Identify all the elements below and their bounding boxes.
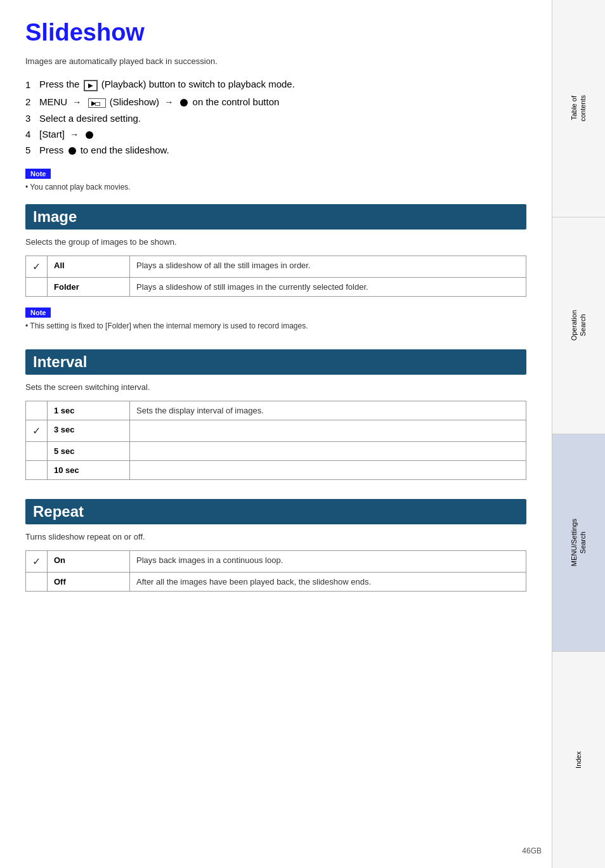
repeat-table: ✓ On Plays back images in a continuous l… — [25, 550, 526, 592]
table-row: ✓ 3 sec — [26, 420, 526, 441]
arrow-icon-2: → — [164, 97, 173, 107]
sidebar-tab-label-op: OperationSearch — [569, 310, 588, 340]
table-row: 1 sec Sets the display interval of image… — [26, 401, 526, 420]
repeat-section: Repeat Turns slideshow repeat on or off.… — [25, 499, 526, 592]
checkmark-3sec: ✓ — [32, 425, 41, 436]
note-text-image: This setting is fixed to [Folder] when t… — [25, 321, 526, 330]
note-box-1: Note You cannot play back movies. — [25, 168, 526, 191]
check-col-off — [26, 572, 48, 591]
bullet-circle-3 — [68, 147, 76, 155]
sidebar: Table ofcontents OperationSearch MENU/Se… — [552, 0, 605, 868]
playback-icon: ▶ — [84, 80, 98, 91]
table-row: 5 sec — [26, 441, 526, 460]
checkmark-all: ✓ — [32, 261, 41, 272]
step-3-text: Select a desired setting. — [39, 113, 141, 124]
sidebar-tab-table-of-contents[interactable]: Table ofcontents — [552, 0, 605, 217]
image-table: ✓ All Plays a slideshow of all the still… — [25, 256, 526, 297]
step-1: 1 Press the ▶ (Playback) button to switc… — [25, 79, 526, 91]
table-row: 10 sec — [26, 460, 526, 479]
desc-3sec — [130, 420, 526, 441]
sidebar-tab-label-toc: Table ofcontents — [569, 95, 588, 122]
check-col-3sec: ✓ — [26, 420, 48, 441]
table-row: Off After all the images have been playe… — [26, 572, 526, 591]
note-label-image: Note — [25, 308, 51, 318]
repeat-section-header: Repeat — [25, 499, 526, 524]
step-num-2: 2 — [25, 96, 36, 107]
bullet-circle-2 — [86, 131, 93, 139]
step-num-5: 5 — [25, 145, 36, 155]
note-label-1: Note — [25, 169, 51, 179]
desc-on: Plays back images in a continuous loop. — [130, 550, 526, 572]
label-folder: Folder — [48, 277, 130, 296]
table-row: ✓ All Plays a slideshow of all the still… — [26, 256, 526, 277]
image-section-desc: Selects the group of images to be shown. — [25, 237, 526, 247]
step-num-3: 3 — [25, 113, 36, 124]
label-all: All — [48, 256, 130, 277]
sidebar-tab-menu-settings-search[interactable]: MENU/SettingsSearch — [552, 434, 605, 652]
desc-folder: Plays a slideshow of still images in the… — [130, 277, 526, 296]
arrow-icon-3: → — [70, 129, 79, 139]
label-3sec: 3 sec — [48, 420, 130, 441]
interval-section-header: Interval — [25, 349, 526, 375]
check-col-5sec — [26, 441, 48, 460]
sidebar-tab-label-menu: MENU/SettingsSearch — [569, 519, 588, 566]
step-num-4: 4 — [25, 129, 36, 139]
step-5: 5 Press to end the slideshow. — [25, 145, 526, 155]
check-col-on: ✓ — [26, 550, 48, 572]
table-row: Folder Plays a slideshow of still images… — [26, 277, 526, 296]
interval-section: Interval Sets the screen switching inter… — [25, 349, 526, 480]
sidebar-tab-operation-search[interactable]: OperationSearch — [552, 217, 605, 435]
step-2: 2 MENU → ▶ (Slideshow) → on the control … — [25, 96, 526, 108]
image-section: Image Selects the group of images to be … — [25, 204, 526, 330]
sidebar-tab-index[interactable]: Index — [552, 652, 605, 869]
desc-1sec: Sets the display interval of images. — [130, 401, 526, 420]
image-section-header: Image — [25, 204, 526, 230]
step-num-1: 1 — [25, 79, 36, 90]
intro-text: Images are automatically played back in … — [25, 56, 526, 66]
bullet-circle-1 — [180, 99, 188, 107]
repeat-section-desc: Turns slideshow repeat on or off. — [25, 532, 526, 541]
step-1-text: Press the ▶ (Playback) button to switch … — [39, 79, 295, 91]
page-number: 46GB — [522, 846, 542, 855]
check-col-all: ✓ — [26, 256, 48, 277]
steps-list: 1 Press the ▶ (Playback) button to switc… — [25, 79, 526, 155]
slideshow-menu-icon: ▶ — [88, 98, 106, 108]
check-col-folder — [26, 277, 48, 296]
step-4-text: [Start] → — [39, 129, 95, 139]
desc-off: After all the images have been played ba… — [130, 572, 526, 591]
label-5sec: 5 sec — [48, 441, 130, 460]
arrow-icon-1: → — [72, 97, 81, 107]
note-text-1: You cannot play back movies. — [25, 183, 526, 191]
interval-table: 1 sec Sets the display interval of image… — [25, 401, 526, 480]
desc-10sec — [130, 460, 526, 479]
label-off: Off — [48, 572, 130, 591]
desc-5sec — [130, 441, 526, 460]
desc-all: Plays a slideshow of all the still image… — [130, 256, 526, 277]
note-box-image: Note This setting is fixed to [Folder] w… — [25, 307, 526, 330]
label-on: On — [48, 550, 130, 572]
checkmark-on: ✓ — [32, 556, 41, 567]
table-row: ✓ On Plays back images in a continuous l… — [26, 550, 526, 572]
step-2-text: MENU → ▶ (Slideshow) → on the control bu… — [39, 96, 279, 108]
step-5-text: Press to end the slideshow. — [39, 145, 169, 155]
check-col-1sec — [26, 401, 48, 420]
interval-section-desc: Sets the screen switching interval. — [25, 382, 526, 392]
label-1sec: 1 sec — [48, 401, 130, 420]
step-4: 4 [Start] → — [25, 129, 526, 139]
step-3: 3 Select a desired setting. — [25, 113, 526, 124]
sidebar-tab-label-index: Index — [574, 751, 583, 768]
check-col-10sec — [26, 460, 48, 479]
label-10sec: 10 sec — [48, 460, 130, 479]
page-title: Slideshow — [25, 19, 526, 46]
